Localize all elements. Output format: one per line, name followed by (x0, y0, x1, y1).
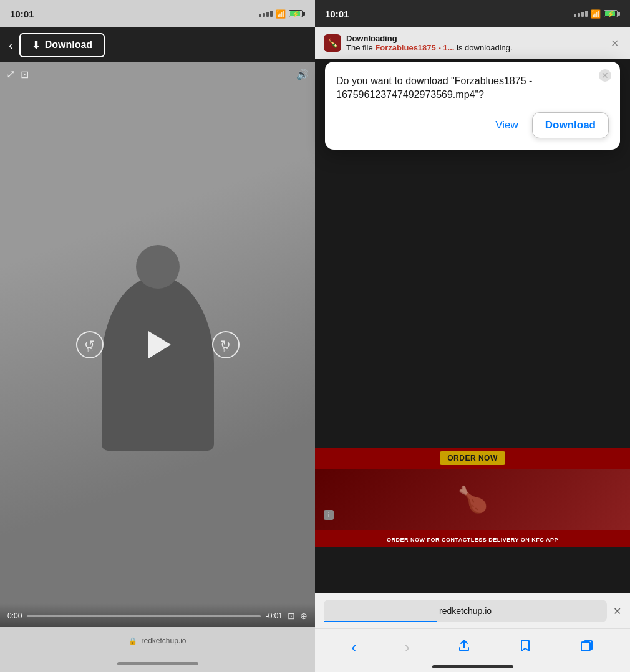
video-center-controls: ↺ 10 ↻ 10 (76, 328, 240, 362)
resize-icon[interactable]: ⤢ (6, 67, 16, 81)
download-confirm-button[interactable]: Download (532, 112, 609, 138)
page-load-indicator (324, 621, 437, 622)
forward-seconds: 10 (222, 347, 228, 353)
signal-icon-right (574, 11, 588, 17)
food-image: 🍗 (457, 485, 488, 514)
downloading-title: Downloading (346, 34, 397, 43)
ad-food-area: 🍗 (315, 469, 630, 530)
browser-forward-button[interactable]: › (400, 634, 414, 661)
ad-small-icon: i (324, 510, 334, 520)
downloading-text-after: is downloading. (457, 43, 513, 52)
wifi-icon: 📶 (276, 9, 286, 19)
right-phone-panel: 10:01 📶 ⚡ 🍾 (315, 0, 630, 672)
order-now-text[interactable]: ORDER NOW (440, 451, 505, 465)
browser-share-button[interactable] (453, 635, 475, 660)
progress-track[interactable] (27, 615, 260, 617)
current-time: 0:00 (7, 612, 22, 620)
download-confirm-dialog: ✕ Do you want to download "Forzablues187… (325, 62, 620, 150)
nav-bar-left: ‹ ⬇ Download (0, 27, 315, 62)
battery-icon: ⚡ (289, 10, 305, 17)
screen-icon[interactable]: ⊡ (288, 611, 295, 621)
dialog-question: Do you want to download "Forzablues1875 … (336, 74, 609, 102)
url-text-left: redketchup.io (141, 636, 186, 645)
view-button[interactable]: View (488, 114, 526, 137)
ad-banner-top: ORDER NOW (315, 448, 630, 469)
url-bar[interactable]: redketchup.io (324, 600, 607, 622)
status-bar-right: 10:01 📶 ⚡ (315, 0, 630, 27)
right-content-area: 🍾 Downloading The file Forzablues1875 - … (315, 27, 630, 672)
more-options-icon[interactable]: ⊕ (300, 611, 308, 621)
time-left: 10:01 (10, 9, 34, 19)
status-icons-left: 📶 ⚡ (259, 9, 305, 19)
ad-inner: ORDER NOW 🍗 ORDER NOW FOR CONTACTLESS DE… (315, 448, 630, 547)
play-button[interactable] (141, 328, 175, 362)
kfc-bottom-text: ORDER NOW FOR CONTACTLESS DELIVERY ON KF… (387, 537, 558, 543)
home-indicator-right (432, 665, 513, 668)
rewind-seconds: 10 (86, 347, 92, 353)
downloading-notification: 🍾 Downloading The file Forzablues1875 - … (315, 27, 630, 59)
download-nav-button[interactable]: ⬇ Download (19, 33, 105, 57)
notification-close-button[interactable]: ✕ (608, 36, 621, 50)
bottom-url-bar-left: 🔒 redketchup.io (0, 627, 315, 655)
ad-banner-bottom: ORDER NOW FOR CONTACTLESS DELIVERY ON KF… (315, 530, 630, 547)
download-icon: ⬇ (32, 39, 40, 51)
home-bar-left (117, 662, 198, 665)
pip-icon[interactable]: ⊡ (21, 69, 29, 80)
url-text: redketchup.io (439, 606, 492, 616)
downloading-text: Downloading The file Forzablues1875 - 1.… (346, 34, 603, 52)
ad-banner: ORDER NOW 🍗 ORDER NOW FOR CONTACTLESS DE… (315, 448, 630, 547)
download-nav-label: Download (45, 39, 92, 50)
forward-button[interactable]: ↻ 10 (212, 331, 240, 358)
browser-back-button[interactable]: ‹ (347, 634, 361, 661)
video-content (102, 276, 214, 451)
time-right: 10:01 (325, 9, 349, 19)
dialog-actions: View Download (336, 112, 609, 138)
home-indicator-left (0, 655, 315, 672)
browser-tabs-button[interactable] (576, 635, 598, 660)
volume-icon[interactable]: 🔊 (296, 69, 309, 80)
video-top-controls: ⤢ ⊡ 🔊 (6, 67, 309, 81)
browser-close-button[interactable]: ✕ (613, 605, 621, 617)
progress-bar-row: 0:00 -0:01 ⊡ ⊕ (7, 611, 308, 621)
dialog-close-button[interactable]: ✕ (599, 69, 611, 82)
video-player[interactable]: ⤢ ⊡ 🔊 ↺ 10 ↻ 10 0:00 (0, 62, 315, 627)
wifi-icon-right: 📶 (591, 9, 601, 19)
browser-address-bar: redketchup.io ✕ (315, 593, 630, 628)
video-controls-overlay: 0:00 -0:01 ⊡ ⊕ (0, 603, 315, 627)
left-phone-panel: 10:01 📶 ⚡ ‹ ⬇ Download (0, 0, 315, 672)
app-icon: 🍾 (324, 34, 341, 52)
browser-bookmarks-button[interactable] (515, 635, 536, 660)
back-button[interactable]: ‹ (9, 38, 13, 52)
downloading-text-before: The file (346, 43, 375, 52)
status-icons-right: 📶 ⚡ (574, 9, 620, 19)
signal-icon (259, 11, 273, 17)
duration: -0:01 (266, 612, 283, 620)
downloading-filename: Forzablues1875 - 1... (375, 43, 454, 52)
svg-rect-0 (581, 642, 590, 651)
status-bar-left: 10:01 📶 ⚡ (0, 0, 315, 27)
lock-icon: 🔒 (128, 637, 137, 645)
battery-icon-right: ⚡ (604, 10, 620, 17)
rewind-button[interactable]: ↺ 10 (76, 331, 104, 358)
